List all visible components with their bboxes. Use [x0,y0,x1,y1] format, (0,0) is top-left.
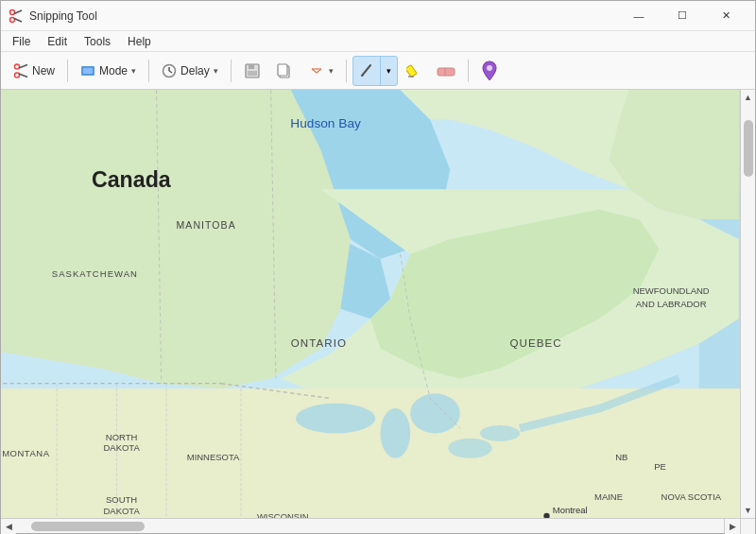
menu-edit[interactable]: Edit [40,33,75,50]
separator-5 [468,60,469,82]
svg-text:NORTH: NORTH [106,432,138,442]
delay-button[interactable]: Delay ▾ [155,56,225,86]
scroll-left-button[interactable]: ◀ [1,519,16,534]
scroll-right-button[interactable]: ▶ [725,519,740,534]
pin-button[interactable] [474,56,505,86]
scroll-up-button[interactable]: ▲ [741,90,756,105]
toolbar: New Mode ▾ Delay ▾ [1,52,755,90]
svg-text:MANITOBA: MANITOBA [177,219,236,231]
svg-text:PE: PE [654,461,666,472]
separator-4 [346,60,347,82]
pin-icon [481,60,498,81]
map-container[interactable]: Hudson Bay Canada MANITOBA SASKATCHEWAN … [1,90,740,518]
snipping-tool-window: Snipping Tool — ☐ ✕ File Edit Tools Help… [0,0,756,534]
pen-dropdown-arrow[interactable]: ▾ [380,56,397,86]
close-button[interactable]: ✕ [704,1,747,31]
svg-text:DAKOTA: DAKOTA [104,506,141,516]
svg-rect-14 [249,64,254,69]
svg-line-7 [19,74,27,78]
send-button[interactable]: ▾ [301,56,340,86]
pen-tool-group[interactable]: ▾ [352,56,398,86]
scroll-down-button[interactable]: ▼ [741,503,756,518]
pen-button[interactable] [353,60,380,82]
menu-bar: File Edit Tools Help [1,31,755,52]
minimize-button[interactable]: — [617,1,661,31]
svg-text:Montreal: Montreal [553,505,588,515]
svg-point-5 [15,73,20,78]
map-svg: Hudson Bay Canada MANITOBA SASKATCHEWAN … [1,90,740,518]
svg-point-26 [487,65,492,71]
new-button[interactable]: New [7,56,61,86]
svg-point-33 [448,439,491,458]
app-icon [9,9,24,24]
svg-line-6 [19,64,27,68]
svg-rect-9 [83,68,93,74]
copy-button[interactable] [269,56,300,86]
svg-rect-24 [438,68,455,76]
eraser-icon [437,63,455,78]
save-button[interactable] [237,56,267,86]
separator-2 [148,60,149,82]
clock-icon [162,63,177,78]
svg-text:NB: NB [615,452,627,462]
svg-text:DAKOTA: DAKOTA [104,442,141,453]
svg-point-0 [10,9,15,14]
svg-text:SOUTH: SOUTH [106,494,137,505]
delay-dropdown-arrow: ▾ [214,66,218,76]
svg-point-30 [296,404,375,434]
svg-point-31 [381,408,411,458]
svg-rect-17 [278,64,287,76]
menu-tools[interactable]: Tools [77,33,118,50]
svg-text:MAINE: MAINE [594,491,623,502]
svg-point-34 [480,425,520,441]
send-icon [308,62,325,79]
mode-icon [80,63,95,78]
save-icon [244,62,261,79]
scrollbar-horizontal[interactable] [16,519,725,533]
svg-text:SASKATCHEWAN: SASKATCHEWAN [52,268,138,279]
menu-file[interactable]: File [5,33,38,50]
highlighter-icon [406,63,421,78]
title-bar: Snipping Tool — ☐ ✕ [1,1,755,31]
svg-text:WISCONSIN: WISCONSIN [257,511,309,518]
separator-3 [231,60,232,82]
svg-line-20 [362,65,370,76]
send-dropdown-arrow: ▾ [329,66,334,76]
svg-text:NEWFOUNDLAND: NEWFOUNDLAND [633,285,710,296]
eraser-button[interactable] [430,56,462,86]
copy-icon [276,62,293,79]
pen-icon [359,63,374,78]
scissors-icon [13,63,28,78]
svg-text:AND LABRADOR: AND LABRADOR [636,299,707,309]
svg-point-32 [410,393,460,433]
svg-text:MONTANA: MONTANA [2,448,49,458]
title-text: Snipping Tool [29,9,617,23]
mode-dropdown-arrow: ▾ [131,66,136,76]
scroll-thumb-vertical[interactable] [744,120,753,177]
scroll-thumb-horizontal[interactable] [31,522,145,531]
svg-text:MINNESOTA: MINNESOTA [187,452,240,462]
window-controls: — ☐ ✕ [617,1,747,31]
svg-text:ONTARIO: ONTARIO [291,337,347,349]
svg-rect-15 [248,71,257,76]
svg-point-4 [15,64,20,69]
mode-button[interactable]: Mode ▾ [74,56,143,86]
svg-text:NOVA SCOTIA: NOVA SCOTIA [662,491,722,502]
scrollbar-vertical[interactable]: ▲ ▼ [740,90,755,518]
svg-text:Ottawa: Ottawa [490,516,519,518]
menu-help[interactable]: Help [120,33,159,50]
content-area: Hudson Bay Canada MANITOBA SASKATCHEWAN … [1,90,755,518]
svg-text:Canada: Canada [92,167,172,192]
separator-1 [67,60,68,82]
svg-line-12 [169,71,172,73]
svg-text:QUEBEC: QUEBEC [509,337,561,349]
svg-rect-22 [406,64,417,77]
svg-text:Hudson Bay: Hudson Bay [290,116,361,130]
maximize-button[interactable]: ☐ [661,1,704,31]
scrollbar-horizontal-row: ◀ ▶ [1,518,755,533]
highlighter-button[interactable] [400,56,428,86]
svg-point-1 [10,17,15,22]
scrollbar-corner [740,519,755,534]
